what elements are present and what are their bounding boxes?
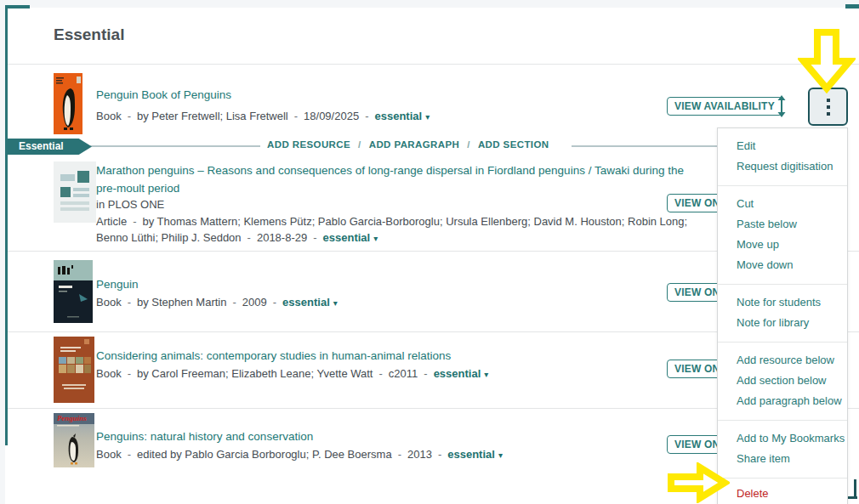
menu-item-edit[interactable]: Edit <box>718 136 847 156</box>
chevron-down-icon: ▾ <box>330 298 338 308</box>
menu-item-add-to-my-bookmarks[interactable]: Add to My Bookmarks <box>718 428 847 449</box>
item-byline: by Thomas Mattern; Klemens Pütz; Pablo G… <box>96 215 687 244</box>
add-section-button[interactable]: ADD SECTION <box>478 139 549 150</box>
context-menu-group: Add to My Bookmarks Share item <box>718 421 847 479</box>
book-cover-thumbnail <box>54 260 93 323</box>
menu-item-add-section-below[interactable]: Add section below <box>718 371 847 391</box>
item-meta: Article-by Thomas Mattern; Klemens Pütz;… <box>96 213 691 246</box>
context-menu-group: Edit Request digitisation <box>718 128 847 186</box>
reading-list-page: Essential Penguin Book of Penguins Book-… <box>0 0 859 504</box>
section-outline-left <box>5 5 8 445</box>
importance-dropdown[interactable]: essential <box>282 296 330 309</box>
item-type: Book <box>96 448 122 461</box>
menu-item-cut[interactable]: Cut <box>718 194 847 214</box>
item-title-link[interactable]: Penguins: natural history and conservati… <box>96 428 313 445</box>
callout-arrow-down-icon <box>798 29 856 97</box>
menu-item-delete[interactable]: Delete <box>718 484 847 504</box>
item-container: in PLOS ONE <box>96 198 164 211</box>
article-thumbnail <box>54 161 96 223</box>
section-outline-bottom-right-v <box>854 479 856 499</box>
item-title-link[interactable]: Considering animals: contemporary studie… <box>96 347 451 365</box>
section-outline-top-right <box>845 4 859 8</box>
add-paragraph-button[interactable]: ADD PARAGRAPH <box>369 139 460 150</box>
item-title-link[interactable]: Penguin Book of Penguins <box>96 86 231 104</box>
item-byline: by Carol Freeman; Elizabeth Leane; Yvett… <box>137 367 373 380</box>
chevron-down-icon: ▾ <box>370 234 378 243</box>
menu-item-add-resource-below[interactable]: Add resource below <box>718 350 847 371</box>
item-meta: Book-by Stephen Martin-2009-essential▾ <box>96 294 338 311</box>
add-strip: ADD RESOURCE/ADD PARAGRAPH/ADD SECTION <box>260 139 556 150</box>
item-date: 2013 <box>407 448 432 461</box>
cover-title-text: Penguins <box>57 414 88 422</box>
chevron-down-icon: ▾ <box>481 370 488 379</box>
importance-dropdown[interactable]: essential <box>434 367 481 380</box>
context-menu-group: Cut Paste below Move up Move down <box>718 186 847 285</box>
callout-arrow-right-icon <box>667 462 730 504</box>
item-type: Book <box>96 296 122 309</box>
importance-dropdown[interactable]: essential <box>374 110 422 122</box>
context-menu-group: Add resource below Add section below Add… <box>718 343 847 421</box>
section-title: Essential <box>54 25 124 44</box>
book-cover-thumbnail <box>54 337 94 403</box>
item-type: Book <box>96 367 122 380</box>
row-separator <box>5 64 859 65</box>
item-type: Book <box>96 110 122 122</box>
section-outline-top-left <box>5 5 30 8</box>
importance-dropdown[interactable]: essential <box>447 448 495 461</box>
menu-item-note-for-students[interactable]: Note for students <box>718 292 847 313</box>
menu-item-request-digitisation[interactable]: Request digitisation <box>718 156 847 177</box>
add-strip-line-left <box>90 145 262 147</box>
drag-reorder-icon[interactable] <box>772 95 791 121</box>
item-context-menu: Edit Request digitisation Cut Paste belo… <box>717 127 848 504</box>
item-byline: edited by Pablo Garcia Borboroglu; P. De… <box>137 448 392 461</box>
chevron-down-icon: ▾ <box>422 112 430 122</box>
item-date: 18/09/2025 <box>304 110 359 122</box>
menu-item-add-paragraph-below[interactable]: Add paragraph below <box>718 391 847 411</box>
item-title-link[interactable]: Marathon penguins – Reasons and conseque… <box>96 161 691 197</box>
importance-dropdown[interactable]: essential <box>323 231 371 244</box>
item-meta: Book-by Carol Freeman; Elizabeth Leane; … <box>96 365 488 382</box>
item-meta: Book-edited by Pablo Garcia Borboroglu; … <box>96 446 503 463</box>
menu-item-move-down[interactable]: Move down <box>718 255 847 275</box>
menu-item-share-item[interactable]: Share item <box>718 449 847 469</box>
context-menu-group: Delete <box>718 479 847 504</box>
view-availability-button[interactable]: VIEW AVAILABILITY <box>667 97 782 116</box>
item-date: c2011 <box>389 367 418 380</box>
item-byline: by Stephen Martin <box>137 296 227 309</box>
section-importance-badge: Essential <box>5 139 92 155</box>
book-cover-thumbnail: Penguins <box>54 413 94 467</box>
menu-item-note-for-library[interactable]: Note for library <box>718 313 847 333</box>
book-cover-thumbnail <box>54 73 82 134</box>
item-date: 2009 <box>242 296 267 309</box>
item-date: 2018-8-29 <box>257 231 307 244</box>
item-meta: Book-by Peter Fretwell; Lisa Fretwell-18… <box>96 108 430 125</box>
add-strip-line-right <box>572 145 717 147</box>
add-resource-button[interactable]: ADD RESOURCE <box>267 139 350 150</box>
item-type: Article <box>96 215 127 228</box>
context-menu-group: Note for students Note for library <box>718 285 847 343</box>
menu-item-paste-below[interactable]: Paste below <box>718 214 847 235</box>
chevron-down-icon: ▾ <box>495 450 503 460</box>
menu-item-move-up[interactable]: Move up <box>718 235 847 255</box>
item-byline: by Peter Fretwell; Lisa Fretwell <box>137 110 288 122</box>
item-title-link[interactable]: Penguin <box>96 275 139 293</box>
